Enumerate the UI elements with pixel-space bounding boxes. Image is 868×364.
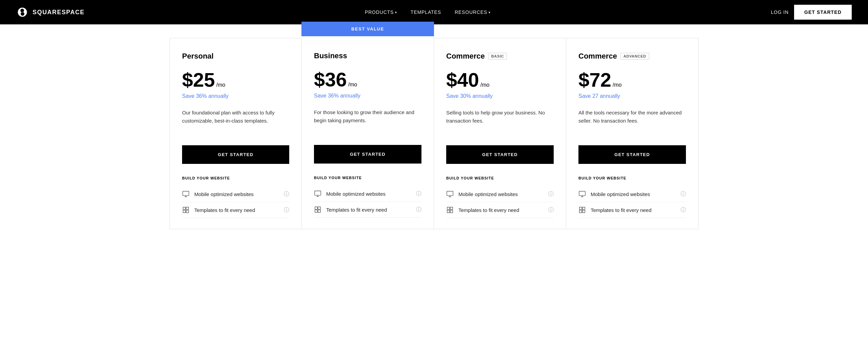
section-label-business: BUILD YOUR WEBSITE	[314, 176, 421, 180]
plan-commerce-advanced: Commerce ADVANCED $72 /mo Save 27 annual…	[566, 38, 698, 229]
main-content: Personal $25 /mo Save 36% annually Our f…	[0, 24, 868, 243]
svg-rect-27	[583, 210, 585, 213]
description-commerce-basic: Selling tools to help grow your business…	[446, 109, 554, 133]
feature-mobile-business: Mobile optimized websites ⓘ	[314, 186, 421, 202]
grid-icon	[446, 206, 454, 214]
badge-advanced: ADVANCED	[620, 53, 649, 60]
get-started-personal[interactable]: GET STARTED	[182, 145, 289, 164]
navigation: SQUARESPACE PRODUCTS ▾ TEMPLATES RESOURC…	[0, 0, 868, 24]
feature-templates-business: Templates to fit every need ⓘ	[314, 202, 421, 218]
svg-rect-20	[450, 210, 453, 213]
description-personal: Our foundational plan with access to ful…	[182, 109, 289, 133]
svg-rect-5	[183, 210, 185, 213]
description-business: For those looking to grow their audience…	[314, 108, 421, 133]
info-icon[interactable]: ⓘ	[548, 191, 554, 198]
nav-resources[interactable]: RESOURCES ▾	[455, 9, 491, 15]
feature-templates-commerce-basic: Templates to fit every need ⓘ	[446, 202, 554, 218]
logo-icon	[16, 6, 28, 18]
save-commerce-basic: Save 30% annually	[446, 93, 554, 99]
monitor-icon	[446, 190, 454, 198]
svg-rect-0	[183, 191, 189, 196]
chevron-down-icon: ▾	[489, 10, 491, 14]
svg-rect-13	[318, 210, 320, 212]
save-personal: Save 36% annually	[182, 93, 289, 99]
plan-price-business: $36 /mo	[314, 70, 421, 89]
svg-rect-24	[579, 207, 582, 210]
svg-rect-10	[315, 207, 317, 209]
nav-products[interactable]: PRODUCTS ▾	[365, 9, 397, 15]
info-icon[interactable]: ⓘ	[416, 206, 421, 213]
plan-price-commerce-basic: $40 /mo	[446, 70, 554, 90]
login-link[interactable]: LOG IN	[771, 9, 789, 15]
section-label-commerce-basic: BUILD YOUR WEBSITE	[446, 176, 554, 180]
section-label-commerce-advanced: BUILD YOUR WEBSITE	[578, 176, 686, 180]
info-icon[interactable]: ⓘ	[680, 191, 686, 198]
feature-mobile-commerce-advanced: Mobile optimized websites ⓘ	[578, 186, 686, 202]
svg-rect-6	[186, 210, 189, 213]
svg-rect-18	[450, 207, 453, 210]
svg-rect-25	[583, 207, 585, 210]
svg-rect-4	[186, 207, 189, 210]
svg-rect-12	[315, 210, 317, 212]
plan-name-business: Business	[314, 51, 421, 60]
plan-commerce-basic: Commerce BASIC $40 /mo Save 30% annually…	[434, 38, 566, 229]
chevron-down-icon: ▾	[395, 10, 397, 14]
nav-get-started-button[interactable]: GET STARTED	[794, 5, 852, 20]
badge-basic: BASIC	[488, 53, 507, 60]
svg-rect-17	[447, 207, 450, 210]
info-icon[interactable]: ⓘ	[284, 191, 289, 198]
feature-mobile-personal: Mobile optimized websites ⓘ	[182, 186, 289, 202]
get-started-business[interactable]: GET STARTED	[314, 145, 421, 164]
grid-icon	[182, 206, 190, 214]
svg-rect-26	[579, 210, 582, 213]
nav-links: PRODUCTS ▾ TEMPLATES RESOURCES ▾	[365, 9, 491, 15]
svg-rect-11	[318, 207, 320, 209]
feature-templates-personal: Templates to fit every need ⓘ	[182, 202, 289, 218]
svg-rect-7	[315, 191, 321, 195]
monitor-icon	[578, 190, 586, 198]
nav-actions: LOG IN GET STARTED	[771, 5, 852, 20]
monitor-icon	[314, 190, 321, 197]
get-started-commerce-advanced[interactable]: GET STARTED	[578, 145, 686, 164]
grid-icon	[314, 206, 321, 213]
monitor-icon	[182, 190, 190, 198]
plan-price-personal: $25 /mo	[182, 70, 289, 90]
plan-name-commerce-advanced: Commerce ADVANCED	[578, 52, 686, 61]
plan-price-commerce-advanced: $72 /mo	[578, 70, 686, 90]
get-started-commerce-basic[interactable]: GET STARTED	[446, 145, 554, 164]
save-commerce-advanced: Save 27 annually	[578, 93, 686, 99]
best-value-banner: BEST VALUE	[301, 22, 434, 36]
plan-personal: Personal $25 /mo Save 36% annually Our f…	[170, 38, 302, 229]
plan-name-commerce-basic: Commerce BASIC	[446, 52, 554, 61]
logo-text: SQUARESPACE	[33, 9, 85, 16]
pricing-grid: Personal $25 /mo Save 36% annually Our f…	[170, 38, 698, 229]
info-icon[interactable]: ⓘ	[284, 207, 289, 214]
nav-templates[interactable]: TEMPLATES	[411, 9, 441, 15]
plan-business: BEST VALUE Business $36 /mo Save 36% ann…	[302, 38, 434, 229]
info-icon[interactable]: ⓘ	[680, 207, 686, 214]
info-icon[interactable]: ⓘ	[416, 190, 421, 197]
feature-templates-commerce-advanced: Templates to fit every need ⓘ	[578, 202, 686, 218]
plan-name-personal: Personal	[182, 52, 289, 61]
svg-rect-19	[447, 210, 450, 213]
description-commerce-advanced: All the tools necessary for the more adv…	[578, 109, 686, 133]
logo[interactable]: SQUARESPACE	[16, 6, 85, 18]
svg-rect-14	[447, 191, 453, 196]
save-business: Save 36% annually	[314, 93, 421, 99]
grid-icon	[578, 206, 586, 214]
svg-rect-21	[579, 191, 585, 196]
svg-rect-3	[183, 207, 185, 210]
info-icon[interactable]: ⓘ	[548, 207, 554, 214]
section-label-personal: BUILD YOUR WEBSITE	[182, 176, 289, 180]
feature-mobile-commerce-basic: Mobile optimized websites ⓘ	[446, 186, 554, 202]
